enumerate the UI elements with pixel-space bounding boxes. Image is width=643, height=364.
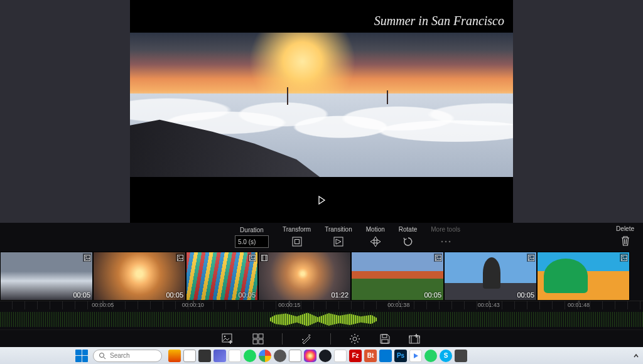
svg-rect-28: [382, 335, 387, 338]
magic-button[interactable]: [300, 333, 313, 345]
clip-5[interactable]: 00:05: [351, 252, 444, 301]
video-badge-icon: [260, 254, 268, 262]
taskbar-whatsapp-icon[interactable]: [424, 350, 437, 362]
clip-4[interactable]: 01:22: [258, 252, 351, 301]
timeline-clip-strip[interactable]: 00:05 00:05 00:05 01:22 00:05 00:05: [0, 252, 643, 301]
svg-rect-14: [266, 255, 267, 260]
motion-label: Motion: [366, 226, 385, 233]
svg-point-5: [448, 241, 450, 243]
clip-6[interactable]: 00:05: [444, 252, 537, 301]
audio-track[interactable]: [0, 309, 643, 329]
image-badge-icon: [176, 254, 184, 262]
rotate-group: Rotate: [399, 226, 417, 249]
image-badge-icon: [434, 254, 442, 262]
svg-rect-26: [259, 340, 263, 344]
svg-rect-10: [249, 255, 255, 260]
svg-rect-30: [409, 336, 419, 343]
search-icon: [99, 352, 106, 360]
clip-duration: 00:05: [238, 291, 256, 299]
taskbar-app-icon[interactable]: [455, 350, 467, 362]
image-badge-icon: [527, 254, 535, 262]
ruler-tick: 00:00:15: [278, 302, 300, 308]
taskbar-spotify-icon[interactable]: [244, 350, 256, 362]
svg-point-11: [251, 256, 252, 257]
ruler-tick: 00:01:48: [568, 302, 590, 308]
settings-button[interactable]: [349, 333, 361, 345]
taskbar-app-icon[interactable]: [334, 350, 347, 362]
delete-group: Delete: [616, 225, 634, 248]
rotate-label: Rotate: [399, 226, 417, 233]
taskbar-app-icon[interactable]: Bt: [364, 350, 377, 362]
taskbar-app-icon[interactable]: [168, 350, 181, 362]
svg-rect-1: [294, 240, 299, 244]
duration-label: Duration: [240, 227, 264, 233]
taskbar-teams-icon[interactable]: [213, 350, 226, 362]
taskbar-app-icon[interactable]: [379, 350, 392, 362]
chevron-up-icon[interactable]: [633, 353, 639, 359]
start-button[interactable]: [75, 350, 88, 362]
taskbar-outlook-icon[interactable]: [229, 350, 241, 362]
transition-button[interactable]: [332, 235, 345, 249]
preview-frame: Summer in San Francisco: [130, 0, 513, 223]
save-button[interactable]: [379, 333, 391, 345]
taskbar-app-icon[interactable]: [183, 350, 196, 362]
image-badge-icon: [248, 254, 256, 262]
svg-rect-0: [293, 237, 301, 246]
motion-button[interactable]: [369, 235, 382, 249]
taskbar-search-input[interactable]: [110, 352, 154, 359]
preview-video[interactable]: [130, 33, 513, 177]
more-tools-group: More tools: [431, 226, 460, 249]
transform-button[interactable]: [290, 235, 304, 249]
transform-label: Transform: [283, 226, 311, 233]
more-tools-label: More tools: [431, 226, 460, 233]
clip-duration: 00:05: [517, 291, 534, 299]
ruler-tick: 00:01:43: [478, 302, 500, 308]
taskbar-app-icon[interactable]: [289, 350, 301, 362]
svg-rect-23: [253, 334, 257, 338]
svg-point-7: [85, 256, 87, 257]
duration-input[interactable]: [235, 235, 269, 248]
taskbar-steam-icon[interactable]: [319, 350, 332, 362]
taskbar-filezilla-icon[interactable]: Fz: [349, 350, 362, 362]
image-badge-icon: [620, 254, 628, 262]
clip-duration: 00:05: [424, 291, 441, 299]
more-tools-button[interactable]: [439, 235, 453, 249]
svg-rect-25: [253, 340, 257, 344]
taskbar-instagram-icon[interactable]: [304, 350, 316, 362]
duration-group: Duration: [235, 227, 269, 248]
svg-point-27: [353, 337, 357, 341]
taskbar-app-icon[interactable]: [274, 350, 286, 362]
letterbox-bottom: [130, 177, 513, 223]
clip-7[interactable]: [537, 252, 630, 301]
svg-point-22: [224, 335, 225, 336]
clip-1[interactable]: 00:05: [0, 252, 93, 301]
taskbar-app-icon[interactable]: [409, 350, 422, 362]
transition-group: Transition: [325, 226, 352, 249]
bottom-action-bar: [0, 329, 643, 347]
play-button[interactable]: [316, 195, 327, 206]
taskbar-photoshop-icon[interactable]: Ps: [394, 350, 407, 362]
taskbar-app-icon[interactable]: [198, 350, 211, 362]
clip-toolbar: Duration Transform Transition Motion Rot…: [0, 223, 643, 252]
taskbar-skype-icon[interactable]: S: [440, 350, 452, 362]
taskbar-chrome-icon[interactable]: [259, 350, 271, 362]
image-badge-icon: [83, 254, 91, 262]
taskbar-search[interactable]: [93, 350, 162, 362]
export-button[interactable]: [409, 333, 421, 345]
clip-2[interactable]: 00:05: [93, 252, 186, 301]
time-ruler[interactable]: 00:00:0500:00:1000:00:1500:01:3800:01:43…: [0, 301, 643, 309]
svg-rect-13: [261, 255, 262, 260]
delete-button[interactable]: [619, 234, 632, 248]
svg-point-4: [445, 241, 446, 243]
clip-3[interactable]: 00:05: [186, 252, 258, 301]
svg-point-31: [100, 353, 104, 357]
rotate-button[interactable]: [401, 235, 415, 249]
add-media-button[interactable]: [222, 333, 234, 345]
letterbox-top: Summer in San Francisco: [130, 0, 513, 33]
svg-point-3: [441, 241, 443, 243]
ruler-tick: 00:00:05: [92, 302, 114, 308]
taskbar-tray[interactable]: [633, 353, 639, 359]
storyboard-button[interactable]: [252, 333, 264, 345]
ruler-tick: 00:01:38: [387, 302, 409, 308]
clip-duration: 00:05: [73, 291, 90, 299]
